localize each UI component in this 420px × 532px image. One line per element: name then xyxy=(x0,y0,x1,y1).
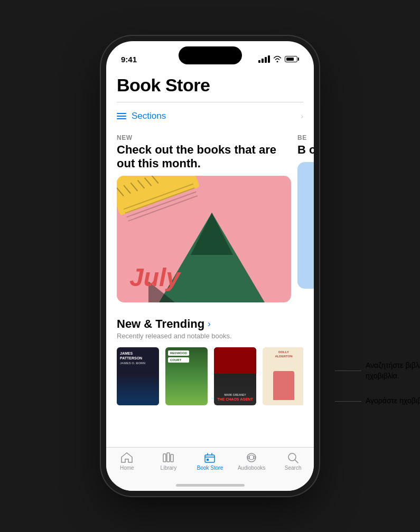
book-cover-4[interactable]: DOLLYALDERTON xyxy=(263,347,303,405)
book-3-text: MARK GREANEY THE CHAOS AGENT xyxy=(217,393,254,401)
annotation-text-2: Αγοράστε ηχοβιβλία. xyxy=(366,396,420,406)
feature-card-2-label: BE xyxy=(297,134,314,141)
tab-audiobooks[interactable]: Audiobooks xyxy=(231,452,273,471)
feature-card-1-label: NEW xyxy=(117,134,291,141)
svg-rect-4 xyxy=(167,453,170,462)
sections-label: Sections xyxy=(132,111,166,121)
home-indicator xyxy=(176,484,245,487)
tab-search[interactable]: Search xyxy=(272,452,314,471)
battery-icon xyxy=(285,56,299,62)
annotation-1: Αναζητήστε βιβλία και ηχοβιβλία. xyxy=(335,360,420,381)
book-3-top xyxy=(214,347,256,374)
book-4-figure xyxy=(273,371,294,400)
books-row: JAMES PATTERSON JAMES O. BORN REDWOOD CO… xyxy=(117,347,303,405)
phone-frame: 9:41 Book Sto xyxy=(106,41,314,491)
feature-card-1-title: Check out the books that are out this mo… xyxy=(117,143,291,171)
tab-bookstore[interactable]: Book Store xyxy=(189,452,231,471)
book-2-text: REDWOOD COURT xyxy=(168,350,189,363)
feature-section: NEW Check out the books that are out thi… xyxy=(117,134,303,303)
book-1-text: JAMES PATTERSON JAMES O. BORN xyxy=(120,352,145,365)
tab-bookstore-label: Book Store xyxy=(197,465,223,471)
library-icon xyxy=(162,452,175,463)
tab-home-label: Home xyxy=(120,465,134,471)
trending-header[interactable]: New & Trending › xyxy=(117,317,303,331)
home-icon xyxy=(120,452,133,463)
feature-card-1-image[interactable]: July xyxy=(117,176,291,302)
divider xyxy=(117,102,303,102)
svg-marker-1 xyxy=(191,213,233,255)
annotation-line-1 xyxy=(335,370,361,371)
status-time: 9:41 xyxy=(121,55,137,64)
feature-cards-scroll: NEW Check out the books that are out thi… xyxy=(117,134,303,303)
feature-card-2-image[interactable] xyxy=(297,162,314,289)
trending-subtitle: Recently released and notable books. xyxy=(117,332,303,340)
audiobooks-icon xyxy=(245,452,258,463)
trending-section: New & Trending › Recently released and n… xyxy=(117,317,303,405)
tab-search-label: Search xyxy=(285,465,302,471)
annotation-text-1: Αναζητήστε βιβλία και ηχοβιβλία. xyxy=(366,360,420,381)
sections-left[interactable]: Sections xyxy=(117,111,166,121)
feature-card-1[interactable]: NEW Check out the books that are out thi… xyxy=(117,134,291,303)
trending-title: New & Trending xyxy=(117,317,204,331)
feature-card-2-title: B o xyxy=(297,143,314,157)
signal-bars-icon xyxy=(258,55,270,63)
annotation-2: Αγοράστε ηχοβιβλία. xyxy=(335,396,420,406)
book-cover-2[interactable]: REDWOOD COURT xyxy=(165,347,208,405)
feature-card-2-partial[interactable]: BE B o xyxy=(297,134,314,303)
tab-library-label: Library xyxy=(161,465,177,471)
tab-library[interactable]: Library xyxy=(148,452,190,471)
annotations-container: Αναζητήστε βιβλία και ηχοβιβλία. Αγοράστ… xyxy=(335,360,420,406)
chevron-right-icon: › xyxy=(301,112,303,120)
svg-rect-7 xyxy=(207,459,209,461)
bookstore-icon xyxy=(203,452,216,463)
tab-audiobooks-label: Audiobooks xyxy=(238,465,265,471)
book-1-figure xyxy=(117,374,159,405)
page-title: Book Store xyxy=(117,75,303,96)
sections-row[interactable]: Sections › xyxy=(117,109,303,124)
svg-rect-5 xyxy=(171,454,173,462)
search-icon xyxy=(287,452,300,463)
trending-chevron-icon: › xyxy=(208,319,210,329)
hamburger-icon xyxy=(117,113,126,119)
book-cover-1[interactable]: JAMES PATTERSON JAMES O. BORN xyxy=(117,347,159,405)
svg-rect-6 xyxy=(205,455,214,462)
status-icons xyxy=(258,55,299,63)
july-text: July xyxy=(129,263,180,292)
tab-home[interactable]: Home xyxy=(106,452,148,471)
annotation-line-2 xyxy=(335,401,361,402)
svg-line-10 xyxy=(295,460,298,463)
wifi-icon xyxy=(273,56,282,62)
july-cover: July xyxy=(117,176,291,302)
svg-rect-3 xyxy=(163,454,166,462)
status-bar: 9:41 xyxy=(106,41,314,70)
book-cover-3[interactable]: MARK GREANEY THE CHAOS AGENT xyxy=(214,347,256,405)
book-4-text: DOLLYALDERTON xyxy=(265,350,302,359)
main-content: Book Store Sections › NEW Che xyxy=(106,70,314,447)
